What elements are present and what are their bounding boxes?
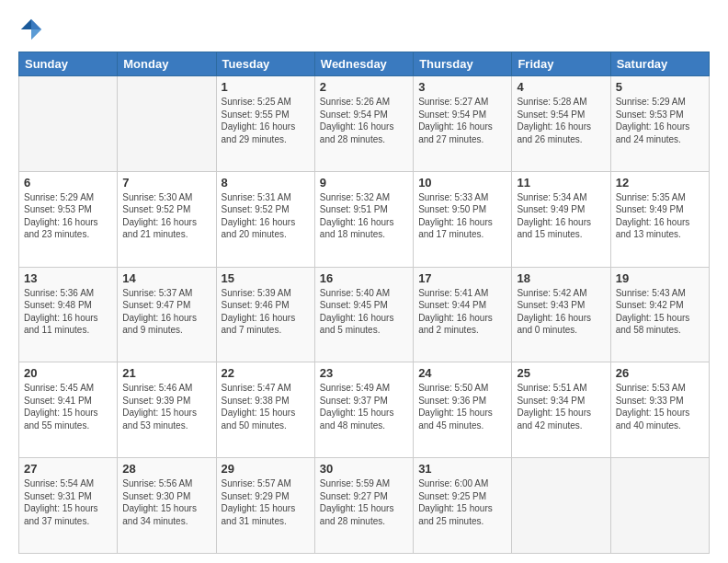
calendar-header-thursday: Thursday (414, 52, 512, 76)
calendar-cell: 5Sunrise: 5:29 AM Sunset: 9:53 PM Daylig… (610, 76, 709, 172)
day-number: 20 (24, 366, 112, 380)
calendar-cell: 28Sunrise: 5:56 AM Sunset: 9:30 PM Dayli… (118, 458, 216, 554)
calendar-header-monday: Monday (118, 52, 216, 76)
calendar-cell: 6Sunrise: 5:29 AM Sunset: 9:53 PM Daylig… (19, 171, 118, 267)
calendar-cell: 12Sunrise: 5:35 AM Sunset: 9:49 PM Dayli… (610, 171, 709, 267)
day-number: 27 (24, 462, 112, 476)
day-number: 31 (418, 462, 506, 476)
calendar-cell: 30Sunrise: 5:59 AM Sunset: 9:27 PM Dayli… (314, 458, 413, 554)
header (18, 17, 710, 42)
day-number: 13 (24, 271, 112, 285)
calendar-cell: 13Sunrise: 5:36 AM Sunset: 9:48 PM Dayli… (19, 267, 118, 362)
day-number: 23 (320, 366, 408, 380)
calendar-header-wednesday: Wednesday (314, 52, 413, 76)
calendar-week-4: 20Sunrise: 5:45 AM Sunset: 9:41 PM Dayli… (19, 362, 710, 458)
day-info: Sunrise: 5:27 AM Sunset: 9:54 PM Dayligh… (418, 96, 506, 145)
day-number: 16 (320, 271, 408, 285)
day-info: Sunrise: 5:30 AM Sunset: 9:52 PM Dayligh… (122, 191, 210, 241)
day-info: Sunrise: 5:47 AM Sunset: 9:38 PM Dayligh… (222, 382, 310, 431)
calendar-week-2: 6Sunrise: 5:29 AM Sunset: 9:53 PM Daylig… (19, 171, 710, 267)
day-number: 22 (222, 366, 310, 380)
day-info: Sunrise: 5:29 AM Sunset: 9:53 PM Dayligh… (616, 96, 704, 145)
day-number: 21 (122, 366, 210, 380)
day-number: 12 (616, 176, 704, 190)
day-number: 18 (517, 271, 605, 285)
calendar-week-1: 1Sunrise: 5:25 AM Sunset: 9:55 PM Daylig… (19, 76, 710, 172)
logo (18, 17, 48, 42)
day-info: Sunrise: 5:39 AM Sunset: 9:46 PM Dayligh… (222, 287, 310, 337)
calendar-cell (19, 76, 118, 172)
day-info: Sunrise: 5:42 AM Sunset: 9:43 PM Dayligh… (517, 287, 605, 337)
day-info: Sunrise: 5:32 AM Sunset: 9:51 PM Dayligh… (320, 191, 408, 241)
calendar-cell: 15Sunrise: 5:39 AM Sunset: 9:46 PM Dayli… (216, 267, 314, 362)
calendar-cell: 29Sunrise: 5:57 AM Sunset: 9:29 PM Dayli… (216, 458, 314, 554)
day-number: 5 (616, 80, 704, 94)
day-info: Sunrise: 5:43 AM Sunset: 9:42 PM Dayligh… (616, 287, 704, 337)
day-info: Sunrise: 5:33 AM Sunset: 9:50 PM Dayligh… (418, 191, 506, 241)
day-info: Sunrise: 5:56 AM Sunset: 9:30 PM Dayligh… (122, 477, 210, 527)
day-info: Sunrise: 5:54 AM Sunset: 9:31 PM Dayligh… (24, 477, 112, 527)
day-info: Sunrise: 5:49 AM Sunset: 9:37 PM Dayligh… (320, 382, 408, 431)
calendar-cell: 27Sunrise: 5:54 AM Sunset: 9:31 PM Dayli… (19, 458, 118, 554)
day-number: 25 (517, 366, 605, 380)
calendar-cell: 7Sunrise: 5:30 AM Sunset: 9:52 PM Daylig… (118, 171, 216, 267)
day-number: 26 (616, 366, 704, 380)
day-number: 2 (320, 80, 408, 94)
page: SundayMondayTuesdayWednesdayThursdayFrid… (0, 0, 728, 563)
calendar-cell: 23Sunrise: 5:49 AM Sunset: 9:37 PM Dayli… (314, 362, 413, 458)
calendar-cell: 21Sunrise: 5:46 AM Sunset: 9:39 PM Dayli… (118, 362, 216, 458)
day-info: Sunrise: 5:41 AM Sunset: 9:44 PM Dayligh… (418, 287, 506, 337)
day-number: 6 (24, 176, 112, 190)
day-number: 4 (517, 80, 605, 94)
calendar-cell: 31Sunrise: 6:00 AM Sunset: 9:25 PM Dayli… (414, 458, 512, 554)
calendar-week-5: 27Sunrise: 5:54 AM Sunset: 9:31 PM Dayli… (19, 458, 710, 554)
calendar-cell: 14Sunrise: 5:37 AM Sunset: 9:47 PM Dayli… (118, 267, 216, 362)
day-number: 3 (418, 80, 506, 94)
day-info: Sunrise: 5:53 AM Sunset: 9:33 PM Dayligh… (616, 382, 704, 431)
day-number: 1 (222, 80, 310, 94)
calendar-header-sunday: Sunday (19, 52, 118, 76)
day-info: Sunrise: 5:46 AM Sunset: 9:39 PM Dayligh… (122, 382, 210, 431)
day-number: 29 (222, 462, 310, 476)
day-info: Sunrise: 5:59 AM Sunset: 9:27 PM Dayligh… (320, 477, 408, 527)
day-info: Sunrise: 5:35 AM Sunset: 9:49 PM Dayligh… (616, 191, 704, 241)
calendar-cell: 19Sunrise: 5:43 AM Sunset: 9:42 PM Dayli… (610, 267, 709, 362)
calendar-week-3: 13Sunrise: 5:36 AM Sunset: 9:48 PM Dayli… (19, 267, 710, 362)
day-number: 7 (122, 176, 210, 190)
calendar-header-tuesday: Tuesday (216, 52, 314, 76)
svg-marker-0 (31, 19, 41, 29)
day-number: 28 (122, 462, 210, 476)
calendar-cell: 11Sunrise: 5:34 AM Sunset: 9:49 PM Dayli… (512, 171, 610, 267)
day-info: Sunrise: 5:28 AM Sunset: 9:54 PM Dayligh… (517, 96, 605, 145)
calendar-cell: 24Sunrise: 5:50 AM Sunset: 9:36 PM Dayli… (414, 362, 512, 458)
logo-icon (18, 17, 44, 42)
day-info: Sunrise: 5:25 AM Sunset: 9:55 PM Dayligh… (222, 96, 310, 145)
day-info: Sunrise: 5:45 AM Sunset: 9:41 PM Dayligh… (24, 382, 112, 431)
svg-marker-1 (31, 29, 41, 40)
day-info: Sunrise: 5:29 AM Sunset: 9:53 PM Dayligh… (24, 191, 112, 241)
day-info: Sunrise: 5:26 AM Sunset: 9:54 PM Dayligh… (320, 96, 408, 145)
calendar-cell (118, 76, 216, 172)
svg-marker-2 (21, 19, 31, 29)
day-info: Sunrise: 5:37 AM Sunset: 9:47 PM Dayligh… (122, 287, 210, 337)
calendar-cell: 20Sunrise: 5:45 AM Sunset: 9:41 PM Dayli… (19, 362, 118, 458)
calendar-cell: 16Sunrise: 5:40 AM Sunset: 9:45 PM Dayli… (314, 267, 413, 362)
calendar-cell (610, 458, 709, 554)
day-number: 30 (320, 462, 408, 476)
calendar-cell: 10Sunrise: 5:33 AM Sunset: 9:50 PM Dayli… (414, 171, 512, 267)
calendar-cell: 8Sunrise: 5:31 AM Sunset: 9:52 PM Daylig… (216, 171, 314, 267)
day-info: Sunrise: 6:00 AM Sunset: 9:25 PM Dayligh… (418, 477, 506, 527)
day-number: 19 (616, 271, 704, 285)
day-info: Sunrise: 5:57 AM Sunset: 9:29 PM Dayligh… (222, 477, 310, 527)
calendar-cell: 1Sunrise: 5:25 AM Sunset: 9:55 PM Daylig… (216, 76, 314, 172)
calendar-table: SundayMondayTuesdayWednesdayThursdayFrid… (18, 52, 710, 554)
day-info: Sunrise: 5:40 AM Sunset: 9:45 PM Dayligh… (320, 287, 408, 337)
day-info: Sunrise: 5:36 AM Sunset: 9:48 PM Dayligh… (24, 287, 112, 337)
calendar-cell: 17Sunrise: 5:41 AM Sunset: 9:44 PM Dayli… (414, 267, 512, 362)
day-number: 24 (418, 366, 506, 380)
day-info: Sunrise: 5:34 AM Sunset: 9:49 PM Dayligh… (517, 191, 605, 241)
calendar-cell: 3Sunrise: 5:27 AM Sunset: 9:54 PM Daylig… (414, 76, 512, 172)
calendar-header-row: SundayMondayTuesdayWednesdayThursdayFrid… (19, 52, 710, 76)
calendar-cell: 26Sunrise: 5:53 AM Sunset: 9:33 PM Dayli… (610, 362, 709, 458)
day-number: 15 (222, 271, 310, 285)
